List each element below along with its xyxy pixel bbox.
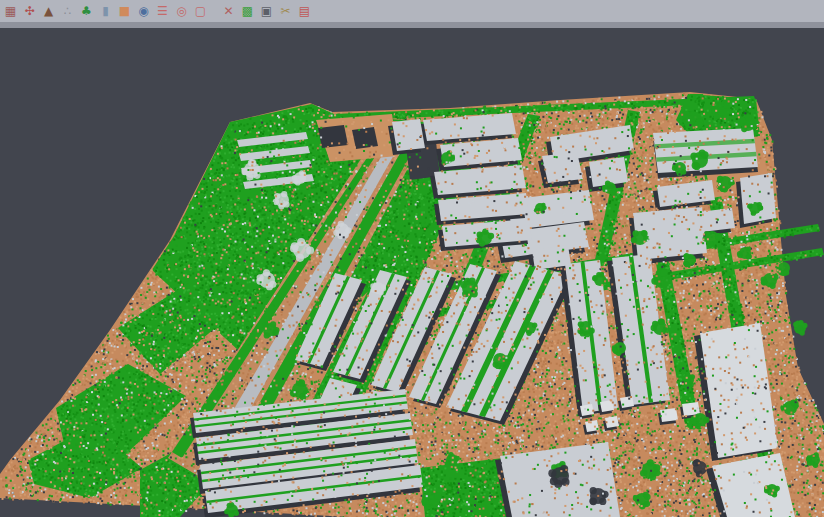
layer-list-icon[interactable]: ☰	[154, 2, 172, 21]
vegetation-class-icon[interactable]: ♣	[78, 2, 96, 21]
toolbar-separator	[210, 2, 219, 21]
circle-select-icon[interactable]: ◎	[173, 2, 191, 21]
point-cloud-icon[interactable]: ▦	[2, 2, 20, 21]
globe-view-icon[interactable]: ◉	[135, 2, 153, 21]
app-window: ▦✣▲∴♣▮■◉☰◎▢✕▩▣✂▤	[0, 0, 824, 517]
snapshot-icon[interactable]: ▣	[258, 2, 276, 21]
viewport-3d[interactable]	[0, 28, 824, 517]
toolbar: ▦✣▲∴♣▮■◉☰◎▢✕▩▣✂▤	[0, 0, 824, 22]
ortho-image-icon[interactable]: ■	[116, 2, 134, 21]
terrain-model-icon[interactable]: ▲	[40, 2, 58, 21]
report-icon[interactable]: ▤	[296, 2, 314, 21]
rect-select-icon[interactable]: ▢	[192, 2, 210, 21]
classify-points-icon[interactable]: ✣	[21, 2, 39, 21]
clip-box-icon[interactable]: ✕	[220, 2, 238, 21]
ground-points-icon[interactable]: ∴	[59, 2, 77, 21]
profile-view-icon[interactable]: ▮	[97, 2, 115, 21]
cross-section-icon[interactable]: ✂	[277, 2, 295, 21]
classification-map-icon[interactable]: ▩	[239, 2, 257, 21]
